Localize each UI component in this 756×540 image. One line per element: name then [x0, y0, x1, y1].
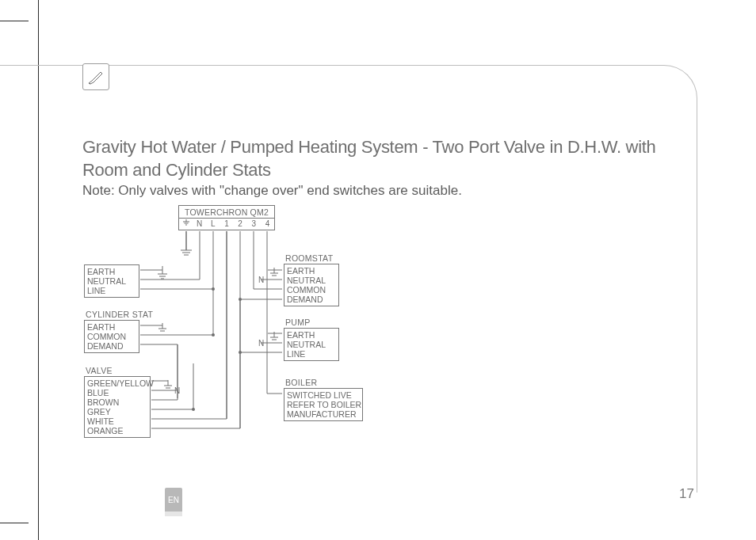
lang-tab-shadow	[165, 511, 182, 516]
lang-tab: EN	[165, 488, 182, 511]
svg-point-29	[192, 408, 195, 411]
svg-point-39	[239, 298, 242, 301]
svg-point-37	[212, 287, 215, 291]
svg-point-36	[239, 351, 242, 354]
n-label: N	[174, 386, 181, 395]
wiring-diagram	[0, 0, 756, 540]
svg-point-38	[212, 333, 215, 337]
n-label: N	[258, 339, 265, 348]
n-label: N	[258, 276, 265, 284]
page-number: 17	[679, 486, 694, 502]
